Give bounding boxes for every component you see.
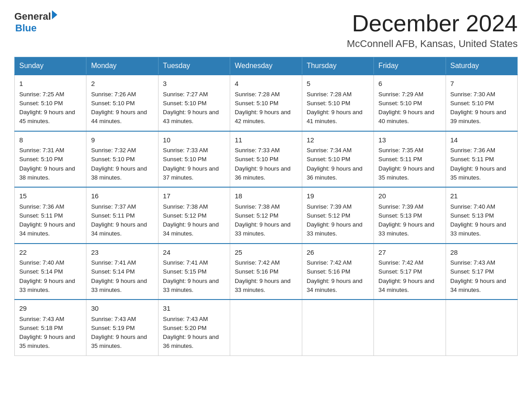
table-row: 31Sunrise: 7:43 AMSunset: 5:20 PMDayligh… — [158, 300, 230, 355]
calendar-week-row: 22Sunrise: 7:40 AMSunset: 5:14 PMDayligh… — [15, 244, 518, 300]
day-info: Sunrise: 7:36 AMSunset: 5:11 PMDaylight:… — [19, 203, 75, 237]
header-sunday: Sunday — [15, 57, 86, 75]
table-row: 25Sunrise: 7:42 AMSunset: 5:16 PMDayligh… — [230, 244, 302, 300]
day-number: 20 — [378, 191, 441, 201]
day-number: 4 — [235, 79, 297, 89]
calendar-header-row: Sunday Monday Tuesday Wednesday Thursday… — [15, 57, 518, 75]
calendar-week-row: 15Sunrise: 7:36 AMSunset: 5:11 PMDayligh… — [15, 187, 518, 244]
header-monday: Monday — [86, 57, 158, 75]
header-wednesday: Wednesday — [230, 57, 302, 75]
calendar-table: Sunday Monday Tuesday Wednesday Thursday… — [14, 57, 518, 356]
table-row: 4Sunrise: 7:28 AMSunset: 5:10 PMDaylight… — [230, 75, 302, 131]
day-info: Sunrise: 7:40 AMSunset: 5:13 PMDaylight:… — [450, 203, 506, 237]
day-number: 6 — [378, 79, 441, 89]
header-thursday: Thursday — [302, 57, 373, 75]
day-number: 5 — [307, 79, 369, 89]
day-info: Sunrise: 7:39 AMSunset: 5:12 PMDaylight:… — [307, 203, 363, 237]
day-info: Sunrise: 7:33 AMSunset: 5:10 PMDaylight:… — [235, 147, 291, 181]
day-info: Sunrise: 7:43 AMSunset: 5:17 PMDaylight:… — [450, 259, 506, 293]
table-row: 30Sunrise: 7:43 AMSunset: 5:19 PMDayligh… — [86, 300, 158, 355]
table-row: 14Sunrise: 7:36 AMSunset: 5:11 PMDayligh… — [446, 131, 517, 188]
table-row: 22Sunrise: 7:40 AMSunset: 5:14 PMDayligh… — [15, 244, 86, 300]
table-row: 13Sunrise: 7:35 AMSunset: 5:11 PMDayligh… — [374, 131, 446, 188]
calendar-main-title: December 2024 — [347, 11, 518, 36]
table-row: 3Sunrise: 7:27 AMSunset: 5:10 PMDaylight… — [158, 75, 230, 131]
day-number: 18 — [235, 191, 297, 201]
table-row: 12Sunrise: 7:34 AMSunset: 5:10 PMDayligh… — [302, 131, 373, 188]
day-number: 23 — [91, 248, 153, 258]
logo: General Blue — [14, 11, 57, 34]
table-row — [374, 300, 446, 355]
day-info: Sunrise: 7:34 AMSunset: 5:10 PMDaylight:… — [307, 147, 363, 181]
day-number: 26 — [307, 248, 369, 258]
day-number: 13 — [378, 135, 441, 146]
day-info: Sunrise: 7:25 AMSunset: 5:10 PMDaylight:… — [19, 91, 75, 125]
table-row: 20Sunrise: 7:39 AMSunset: 5:13 PMDayligh… — [374, 187, 446, 244]
table-row: 10Sunrise: 7:33 AMSunset: 5:10 PMDayligh… — [158, 131, 230, 188]
table-row: 8Sunrise: 7:31 AMSunset: 5:10 PMDaylight… — [15, 131, 86, 188]
day-number: 16 — [91, 191, 153, 201]
day-info: Sunrise: 7:28 AMSunset: 5:10 PMDaylight:… — [307, 91, 363, 125]
day-number: 9 — [91, 135, 153, 146]
day-number: 31 — [163, 304, 225, 314]
table-row — [302, 300, 373, 355]
header-saturday: Saturday — [446, 57, 517, 75]
day-info: Sunrise: 7:37 AMSunset: 5:11 PMDaylight:… — [91, 203, 147, 237]
day-number: 12 — [307, 135, 369, 146]
day-number: 29 — [19, 304, 82, 314]
day-info: Sunrise: 7:31 AMSunset: 5:10 PMDaylight:… — [19, 147, 75, 181]
day-info: Sunrise: 7:43 AMSunset: 5:20 PMDaylight:… — [163, 316, 219, 350]
page-header: General Blue December 2024 McConnell AFB… — [14, 11, 518, 50]
table-row: 5Sunrise: 7:28 AMSunset: 5:10 PMDaylight… — [302, 75, 373, 131]
logo-arrow-icon — [52, 10, 57, 19]
table-row: 9Sunrise: 7:32 AMSunset: 5:10 PMDaylight… — [86, 131, 158, 188]
table-row: 27Sunrise: 7:42 AMSunset: 5:17 PMDayligh… — [374, 244, 446, 300]
logo-blue-text: Blue — [15, 22, 57, 34]
day-info: Sunrise: 7:33 AMSunset: 5:10 PMDaylight:… — [163, 147, 219, 181]
day-info: Sunrise: 7:27 AMSunset: 5:10 PMDaylight:… — [163, 91, 219, 125]
table-row: 18Sunrise: 7:38 AMSunset: 5:12 PMDayligh… — [230, 187, 302, 244]
table-row: 24Sunrise: 7:41 AMSunset: 5:15 PMDayligh… — [158, 244, 230, 300]
day-number: 24 — [163, 248, 225, 258]
day-number: 1 — [19, 79, 82, 89]
day-info: Sunrise: 7:28 AMSunset: 5:10 PMDaylight:… — [235, 91, 291, 125]
day-info: Sunrise: 7:43 AMSunset: 5:19 PMDaylight:… — [91, 316, 147, 350]
day-number: 25 — [235, 248, 297, 258]
table-row: 6Sunrise: 7:29 AMSunset: 5:10 PMDaylight… — [374, 75, 446, 131]
day-number: 7 — [450, 79, 513, 89]
day-number: 22 — [19, 248, 82, 258]
table-row: 15Sunrise: 7:36 AMSunset: 5:11 PMDayligh… — [15, 187, 86, 244]
calendar-subtitle: McConnell AFB, Kansas, United States — [347, 38, 518, 50]
table-row: 28Sunrise: 7:43 AMSunset: 5:17 PMDayligh… — [446, 244, 517, 300]
table-row: 21Sunrise: 7:40 AMSunset: 5:13 PMDayligh… — [446, 187, 517, 244]
day-number: 3 — [163, 79, 225, 89]
day-info: Sunrise: 7:43 AMSunset: 5:18 PMDaylight:… — [19, 316, 75, 350]
day-number: 27 — [378, 248, 441, 258]
table-row: 16Sunrise: 7:37 AMSunset: 5:11 PMDayligh… — [86, 187, 158, 244]
day-info: Sunrise: 7:41 AMSunset: 5:15 PMDaylight:… — [163, 259, 219, 293]
day-info: Sunrise: 7:32 AMSunset: 5:10 PMDaylight:… — [91, 147, 147, 181]
header-friday: Friday — [374, 57, 446, 75]
day-number: 15 — [19, 191, 82, 201]
table-row: 7Sunrise: 7:30 AMSunset: 5:10 PMDaylight… — [446, 75, 517, 131]
day-info: Sunrise: 7:42 AMSunset: 5:17 PMDaylight:… — [378, 259, 434, 293]
day-number: 14 — [450, 135, 513, 146]
day-info: Sunrise: 7:40 AMSunset: 5:14 PMDaylight:… — [19, 259, 75, 293]
day-info: Sunrise: 7:42 AMSunset: 5:16 PMDaylight:… — [235, 259, 291, 293]
table-row: 23Sunrise: 7:41 AMSunset: 5:14 PMDayligh… — [86, 244, 158, 300]
header-tuesday: Tuesday — [158, 57, 230, 75]
day-number: 30 — [91, 304, 153, 314]
calendar-title-block: December 2024 McConnell AFB, Kansas, Uni… — [347, 11, 518, 50]
day-number: 2 — [91, 79, 153, 89]
calendar-week-row: 29Sunrise: 7:43 AMSunset: 5:18 PMDayligh… — [15, 300, 518, 355]
logo-general-text: General — [14, 11, 51, 22]
day-number: 19 — [307, 191, 369, 201]
day-number: 17 — [163, 191, 225, 201]
day-info: Sunrise: 7:26 AMSunset: 5:10 PMDaylight:… — [91, 91, 147, 125]
table-row: 2Sunrise: 7:26 AMSunset: 5:10 PMDaylight… — [86, 75, 158, 131]
day-number: 28 — [450, 248, 513, 258]
day-info: Sunrise: 7:38 AMSunset: 5:12 PMDaylight:… — [235, 203, 291, 237]
day-number: 8 — [19, 135, 82, 146]
day-info: Sunrise: 7:30 AMSunset: 5:10 PMDaylight:… — [450, 91, 506, 125]
day-info: Sunrise: 7:35 AMSunset: 5:11 PMDaylight:… — [378, 147, 434, 181]
